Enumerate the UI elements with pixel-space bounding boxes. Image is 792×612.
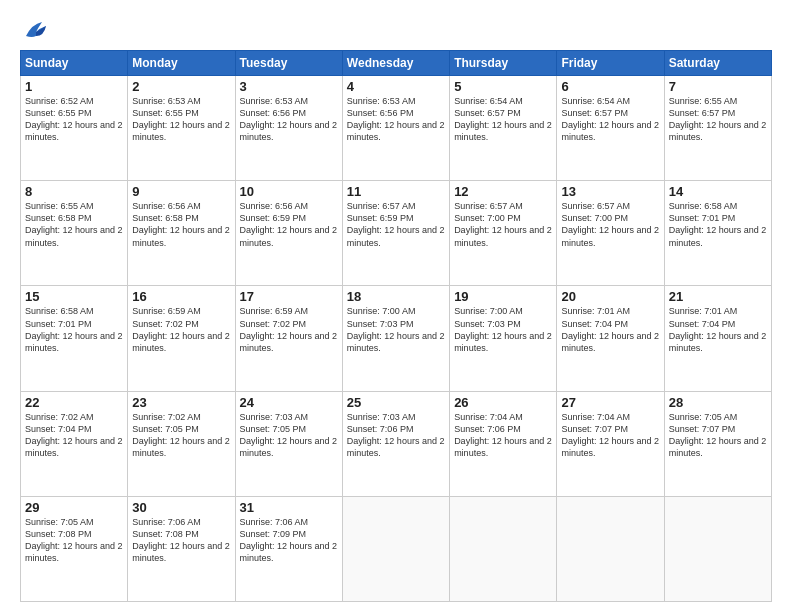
table-cell: 24 Sunrise: 7:03 AM Sunset: 7:05 PM Dayl… [235,391,342,496]
cell-info: Sunrise: 6:54 AM Sunset: 6:57 PM Dayligh… [454,95,552,144]
table-cell [450,496,557,601]
day-number: 1 [25,79,123,94]
table-cell: 5 Sunrise: 6:54 AM Sunset: 6:57 PM Dayli… [450,76,557,181]
cell-info: Sunrise: 7:06 AM Sunset: 7:09 PM Dayligh… [240,516,338,565]
day-number: 26 [454,395,552,410]
header [20,18,772,40]
day-number: 21 [669,289,767,304]
table-cell: 22 Sunrise: 7:02 AM Sunset: 7:04 PM Dayl… [21,391,128,496]
table-cell [557,496,664,601]
table-cell: 1 Sunrise: 6:52 AM Sunset: 6:55 PM Dayli… [21,76,128,181]
week-row: 29 Sunrise: 7:05 AM Sunset: 7:08 PM Dayl… [21,496,772,601]
day-number: 4 [347,79,445,94]
table-cell: 19 Sunrise: 7:00 AM Sunset: 7:03 PM Dayl… [450,286,557,391]
day-number: 27 [561,395,659,410]
table-cell: 21 Sunrise: 7:01 AM Sunset: 7:04 PM Dayl… [664,286,771,391]
day-number: 15 [25,289,123,304]
table-cell: 6 Sunrise: 6:54 AM Sunset: 6:57 PM Dayli… [557,76,664,181]
table-cell: 4 Sunrise: 6:53 AM Sunset: 6:56 PM Dayli… [342,76,449,181]
table-cell: 25 Sunrise: 7:03 AM Sunset: 7:06 PM Dayl… [342,391,449,496]
table-cell: 23 Sunrise: 7:02 AM Sunset: 7:05 PM Dayl… [128,391,235,496]
day-number: 25 [347,395,445,410]
table-cell: 16 Sunrise: 6:59 AM Sunset: 7:02 PM Dayl… [128,286,235,391]
day-number: 18 [347,289,445,304]
day-number: 5 [454,79,552,94]
cell-info: Sunrise: 7:01 AM Sunset: 7:04 PM Dayligh… [669,305,767,354]
day-number: 10 [240,184,338,199]
cell-info: Sunrise: 7:02 AM Sunset: 7:04 PM Dayligh… [25,411,123,460]
day-number: 28 [669,395,767,410]
day-number: 17 [240,289,338,304]
day-number: 24 [240,395,338,410]
logo [20,18,50,40]
cell-info: Sunrise: 6:56 AM Sunset: 6:58 PM Dayligh… [132,200,230,249]
cell-info: Sunrise: 6:57 AM Sunset: 7:00 PM Dayligh… [561,200,659,249]
col-thursday: Thursday [450,51,557,76]
week-row: 1 Sunrise: 6:52 AM Sunset: 6:55 PM Dayli… [21,76,772,181]
day-number: 6 [561,79,659,94]
table-cell: 26 Sunrise: 7:04 AM Sunset: 7:06 PM Dayl… [450,391,557,496]
cell-info: Sunrise: 6:54 AM Sunset: 6:57 PM Dayligh… [561,95,659,144]
cell-info: Sunrise: 6:55 AM Sunset: 6:58 PM Dayligh… [25,200,123,249]
table-cell [342,496,449,601]
table-cell: 15 Sunrise: 6:58 AM Sunset: 7:01 PM Dayl… [21,286,128,391]
day-number: 7 [669,79,767,94]
day-number: 9 [132,184,230,199]
day-number: 23 [132,395,230,410]
day-number: 19 [454,289,552,304]
cell-info: Sunrise: 6:52 AM Sunset: 6:55 PM Dayligh… [25,95,123,144]
table-cell: 10 Sunrise: 6:56 AM Sunset: 6:59 PM Dayl… [235,181,342,286]
day-number: 11 [347,184,445,199]
week-row: 15 Sunrise: 6:58 AM Sunset: 7:01 PM Dayl… [21,286,772,391]
day-number: 31 [240,500,338,515]
cell-info: Sunrise: 7:00 AM Sunset: 7:03 PM Dayligh… [347,305,445,354]
week-row: 22 Sunrise: 7:02 AM Sunset: 7:04 PM Dayl… [21,391,772,496]
col-sunday: Sunday [21,51,128,76]
table-cell: 13 Sunrise: 6:57 AM Sunset: 7:00 PM Dayl… [557,181,664,286]
cell-info: Sunrise: 6:53 AM Sunset: 6:55 PM Dayligh… [132,95,230,144]
cell-info: Sunrise: 6:53 AM Sunset: 6:56 PM Dayligh… [347,95,445,144]
table-cell: 28 Sunrise: 7:05 AM Sunset: 7:07 PM Dayl… [664,391,771,496]
day-number: 16 [132,289,230,304]
week-row: 8 Sunrise: 6:55 AM Sunset: 6:58 PM Dayli… [21,181,772,286]
table-cell: 17 Sunrise: 6:59 AM Sunset: 7:02 PM Dayl… [235,286,342,391]
cell-info: Sunrise: 6:55 AM Sunset: 6:57 PM Dayligh… [669,95,767,144]
table-cell: 12 Sunrise: 6:57 AM Sunset: 7:00 PM Dayl… [450,181,557,286]
cell-info: Sunrise: 7:03 AM Sunset: 7:05 PM Dayligh… [240,411,338,460]
logo-bird-icon [22,18,50,40]
table-cell: 2 Sunrise: 6:53 AM Sunset: 6:55 PM Dayli… [128,76,235,181]
table-cell: 9 Sunrise: 6:56 AM Sunset: 6:58 PM Dayli… [128,181,235,286]
day-number: 2 [132,79,230,94]
col-saturday: Saturday [664,51,771,76]
cell-info: Sunrise: 7:06 AM Sunset: 7:08 PM Dayligh… [132,516,230,565]
page: Sunday Monday Tuesday Wednesday Thursday… [0,0,792,612]
col-monday: Monday [128,51,235,76]
day-number: 12 [454,184,552,199]
day-number: 30 [132,500,230,515]
col-friday: Friday [557,51,664,76]
header-row: Sunday Monday Tuesday Wednesday Thursday… [21,51,772,76]
cell-info: Sunrise: 6:59 AM Sunset: 7:02 PM Dayligh… [240,305,338,354]
cell-info: Sunrise: 7:03 AM Sunset: 7:06 PM Dayligh… [347,411,445,460]
table-cell: 30 Sunrise: 7:06 AM Sunset: 7:08 PM Dayl… [128,496,235,601]
calendar-table: Sunday Monday Tuesday Wednesday Thursday… [20,50,772,602]
table-cell: 14 Sunrise: 6:58 AM Sunset: 7:01 PM Dayl… [664,181,771,286]
table-cell: 3 Sunrise: 6:53 AM Sunset: 6:56 PM Dayli… [235,76,342,181]
cell-info: Sunrise: 7:04 AM Sunset: 7:06 PM Dayligh… [454,411,552,460]
cell-info: Sunrise: 6:58 AM Sunset: 7:01 PM Dayligh… [25,305,123,354]
table-cell: 29 Sunrise: 7:05 AM Sunset: 7:08 PM Dayl… [21,496,128,601]
cell-info: Sunrise: 7:04 AM Sunset: 7:07 PM Dayligh… [561,411,659,460]
cell-info: Sunrise: 7:05 AM Sunset: 7:07 PM Dayligh… [669,411,767,460]
table-cell: 31 Sunrise: 7:06 AM Sunset: 7:09 PM Dayl… [235,496,342,601]
table-cell [664,496,771,601]
cell-info: Sunrise: 6:57 AM Sunset: 6:59 PM Dayligh… [347,200,445,249]
cell-info: Sunrise: 6:56 AM Sunset: 6:59 PM Dayligh… [240,200,338,249]
table-cell: 18 Sunrise: 7:00 AM Sunset: 7:03 PM Dayl… [342,286,449,391]
cell-info: Sunrise: 6:59 AM Sunset: 7:02 PM Dayligh… [132,305,230,354]
cell-info: Sunrise: 7:02 AM Sunset: 7:05 PM Dayligh… [132,411,230,460]
col-wednesday: Wednesday [342,51,449,76]
cell-info: Sunrise: 6:58 AM Sunset: 7:01 PM Dayligh… [669,200,767,249]
day-number: 29 [25,500,123,515]
col-tuesday: Tuesday [235,51,342,76]
table-cell: 11 Sunrise: 6:57 AM Sunset: 6:59 PM Dayl… [342,181,449,286]
